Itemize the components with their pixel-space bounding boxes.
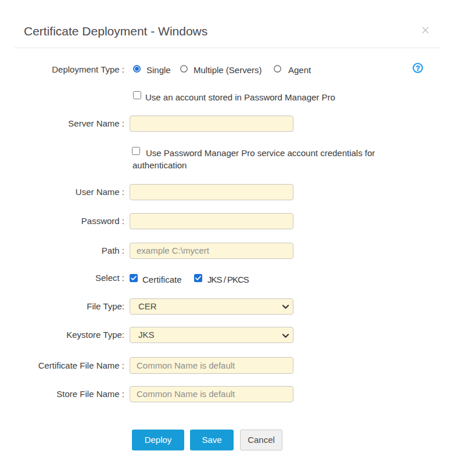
svg-text:?: ?	[415, 64, 420, 73]
